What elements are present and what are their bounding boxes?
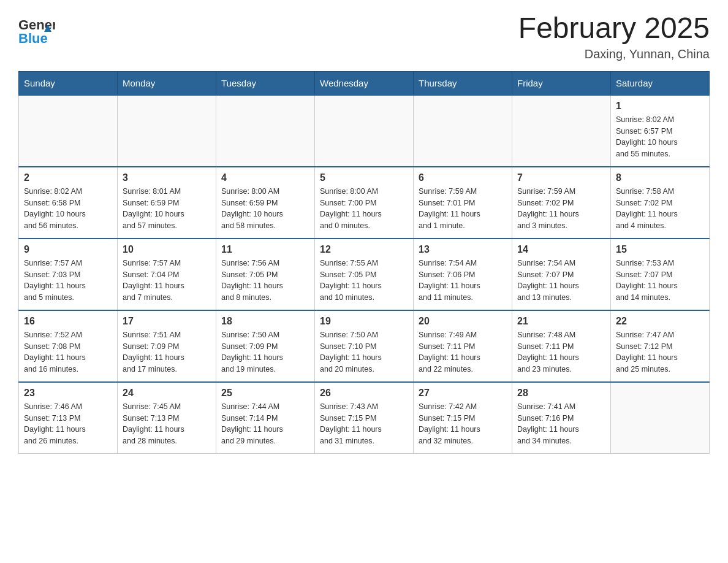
svg-text:Blue: Blue	[18, 31, 48, 46]
calendar-cell: 4Sunrise: 8:00 AM Sunset: 6:59 PM Daylig…	[216, 167, 315, 239]
day-number: 10	[123, 244, 211, 255]
day-info: Sunrise: 7:45 AM Sunset: 7:13 PM Dayligh…	[123, 401, 211, 447]
day-number: 6	[419, 172, 507, 183]
title-section: February 2025 Daxing, Yunnan, China	[518, 12, 710, 61]
calendar-cell: 14Sunrise: 7:54 AM Sunset: 7:07 PM Dayli…	[512, 239, 611, 310]
calendar-cell: 26Sunrise: 7:43 AM Sunset: 7:15 PM Dayli…	[315, 382, 414, 454]
calendar-cell	[414, 95, 512, 167]
calendar-cell: 22Sunrise: 7:47 AM Sunset: 7:12 PM Dayli…	[611, 310, 710, 382]
day-info: Sunrise: 7:59 AM Sunset: 7:01 PM Dayligh…	[419, 186, 507, 232]
day-number: 14	[517, 244, 605, 255]
day-info: Sunrise: 7:47 AM Sunset: 7:12 PM Dayligh…	[616, 329, 704, 375]
day-number: 3	[123, 172, 211, 183]
calendar-cell: 25Sunrise: 7:44 AM Sunset: 7:14 PM Dayli…	[216, 382, 315, 454]
day-number: 16	[24, 316, 112, 327]
month-title: February 2025	[518, 12, 710, 45]
day-number: 5	[320, 172, 408, 183]
day-info: Sunrise: 7:51 AM Sunset: 7:09 PM Dayligh…	[123, 329, 211, 375]
day-number: 15	[616, 244, 704, 255]
day-info: Sunrise: 8:02 AM Sunset: 6:57 PM Dayligh…	[616, 114, 704, 160]
calendar-cell: 1Sunrise: 8:02 AM Sunset: 6:57 PM Daylig…	[611, 95, 710, 167]
weekday-tuesday: Tuesday	[216, 71, 315, 95]
calendar-cell: 5Sunrise: 8:00 AM Sunset: 7:00 PM Daylig…	[315, 167, 414, 239]
calendar-cell: 10Sunrise: 7:57 AM Sunset: 7:04 PM Dayli…	[118, 239, 216, 310]
weekday-friday: Friday	[512, 71, 611, 95]
calendar-cell: 21Sunrise: 7:48 AM Sunset: 7:11 PM Dayli…	[512, 310, 611, 382]
day-number: 24	[123, 388, 211, 399]
day-number: 28	[517, 388, 605, 399]
day-info: Sunrise: 8:01 AM Sunset: 6:59 PM Dayligh…	[123, 186, 211, 232]
day-info: Sunrise: 7:50 AM Sunset: 7:10 PM Dayligh…	[320, 329, 408, 375]
calendar-cell: 3Sunrise: 8:01 AM Sunset: 6:59 PM Daylig…	[118, 167, 216, 239]
calendar-cell	[315, 95, 414, 167]
calendar-cell: 24Sunrise: 7:45 AM Sunset: 7:13 PM Dayli…	[118, 382, 216, 454]
calendar-cell: 17Sunrise: 7:51 AM Sunset: 7:09 PM Dayli…	[118, 310, 216, 382]
day-number: 25	[221, 388, 309, 399]
day-info: Sunrise: 7:41 AM Sunset: 7:16 PM Dayligh…	[517, 401, 605, 447]
day-info: Sunrise: 8:00 AM Sunset: 6:59 PM Dayligh…	[221, 186, 309, 232]
day-info: Sunrise: 7:50 AM Sunset: 7:09 PM Dayligh…	[221, 329, 309, 375]
calendar-cell: 9Sunrise: 7:57 AM Sunset: 7:03 PM Daylig…	[19, 239, 118, 310]
day-number: 12	[320, 244, 408, 255]
calendar-cell	[512, 95, 611, 167]
calendar-cell: 7Sunrise: 7:59 AM Sunset: 7:02 PM Daylig…	[512, 167, 611, 239]
day-info: Sunrise: 7:54 AM Sunset: 7:07 PM Dayligh…	[517, 258, 605, 304]
day-number: 9	[24, 244, 112, 255]
day-number: 2	[24, 172, 112, 183]
calendar-cell: 13Sunrise: 7:54 AM Sunset: 7:06 PM Dayli…	[414, 239, 512, 310]
day-number: 7	[517, 172, 605, 183]
day-info: Sunrise: 7:44 AM Sunset: 7:14 PM Dayligh…	[221, 401, 309, 447]
calendar-cell: 6Sunrise: 7:59 AM Sunset: 7:01 PM Daylig…	[414, 167, 512, 239]
day-info: Sunrise: 7:52 AM Sunset: 7:08 PM Dayligh…	[24, 329, 112, 375]
location: Daxing, Yunnan, China	[518, 47, 710, 61]
page-header: General Blue February 2025 Daxing, Yunna…	[18, 12, 710, 61]
day-info: Sunrise: 7:59 AM Sunset: 7:02 PM Dayligh…	[517, 186, 605, 232]
logo: General Blue	[18, 12, 55, 46]
calendar-cell: 12Sunrise: 7:55 AM Sunset: 7:05 PM Dayli…	[315, 239, 414, 310]
calendar-cell	[19, 95, 118, 167]
day-number: 21	[517, 316, 605, 327]
calendar-cell	[118, 95, 216, 167]
day-info: Sunrise: 7:42 AM Sunset: 7:15 PM Dayligh…	[419, 401, 507, 447]
day-number: 4	[221, 172, 309, 183]
day-info: Sunrise: 8:02 AM Sunset: 6:58 PM Dayligh…	[24, 186, 112, 232]
weekday-wednesday: Wednesday	[315, 71, 414, 95]
day-number: 18	[221, 316, 309, 327]
calendar-cell: 11Sunrise: 7:56 AM Sunset: 7:05 PM Dayli…	[216, 239, 315, 310]
day-info: Sunrise: 7:53 AM Sunset: 7:07 PM Dayligh…	[616, 258, 704, 304]
day-info: Sunrise: 7:55 AM Sunset: 7:05 PM Dayligh…	[320, 258, 408, 304]
calendar-cell: 15Sunrise: 7:53 AM Sunset: 7:07 PM Dayli…	[611, 239, 710, 310]
week-row-3: 9Sunrise: 7:57 AM Sunset: 7:03 PM Daylig…	[19, 239, 710, 310]
day-info: Sunrise: 7:48 AM Sunset: 7:11 PM Dayligh…	[517, 329, 605, 375]
week-row-1: 1Sunrise: 8:02 AM Sunset: 6:57 PM Daylig…	[19, 95, 710, 167]
day-info: Sunrise: 7:46 AM Sunset: 7:13 PM Dayligh…	[24, 401, 112, 447]
day-number: 22	[616, 316, 704, 327]
calendar-cell: 8Sunrise: 7:58 AM Sunset: 7:02 PM Daylig…	[611, 167, 710, 239]
week-row-5: 23Sunrise: 7:46 AM Sunset: 7:13 PM Dayli…	[19, 382, 710, 454]
day-info: Sunrise: 7:56 AM Sunset: 7:05 PM Dayligh…	[221, 258, 309, 304]
day-number: 11	[221, 244, 309, 255]
day-info: Sunrise: 7:58 AM Sunset: 7:02 PM Dayligh…	[616, 186, 704, 232]
day-number: 19	[320, 316, 408, 327]
calendar-cell: 19Sunrise: 7:50 AM Sunset: 7:10 PM Dayli…	[315, 310, 414, 382]
day-number: 17	[123, 316, 211, 327]
calendar-cell: 27Sunrise: 7:42 AM Sunset: 7:15 PM Dayli…	[414, 382, 512, 454]
calendar-cell: 20Sunrise: 7:49 AM Sunset: 7:11 PM Dayli…	[414, 310, 512, 382]
day-number: 1	[616, 101, 704, 112]
day-number: 13	[419, 244, 507, 255]
day-number: 26	[320, 388, 408, 399]
day-number: 23	[24, 388, 112, 399]
calendar-table: SundayMondayTuesdayWednesdayThursdayFrid…	[18, 71, 710, 454]
weekday-thursday: Thursday	[414, 71, 512, 95]
week-row-4: 16Sunrise: 7:52 AM Sunset: 7:08 PM Dayli…	[19, 310, 710, 382]
calendar-cell: 28Sunrise: 7:41 AM Sunset: 7:16 PM Dayli…	[512, 382, 611, 454]
day-info: Sunrise: 8:00 AM Sunset: 7:00 PM Dayligh…	[320, 186, 408, 232]
day-info: Sunrise: 7:57 AM Sunset: 7:04 PM Dayligh…	[123, 258, 211, 304]
day-info: Sunrise: 7:43 AM Sunset: 7:15 PM Dayligh…	[320, 401, 408, 447]
calendar-cell: 16Sunrise: 7:52 AM Sunset: 7:08 PM Dayli…	[19, 310, 118, 382]
week-row-2: 2Sunrise: 8:02 AM Sunset: 6:58 PM Daylig…	[19, 167, 710, 239]
day-number: 27	[419, 388, 507, 399]
day-number: 20	[419, 316, 507, 327]
calendar-cell: 23Sunrise: 7:46 AM Sunset: 7:13 PM Dayli…	[19, 382, 118, 454]
calendar-cell: 2Sunrise: 8:02 AM Sunset: 6:58 PM Daylig…	[19, 167, 118, 239]
